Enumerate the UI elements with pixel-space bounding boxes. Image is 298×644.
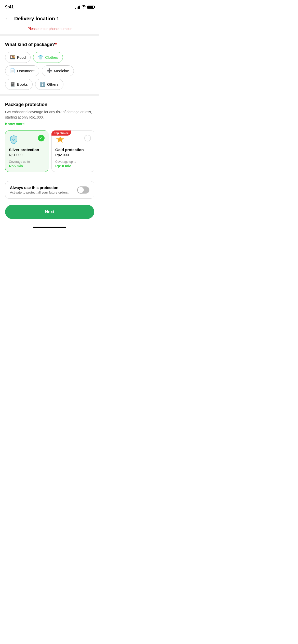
always-protect-toggle[interactable] — [77, 186, 89, 194]
package-kind-section: What kind of package?* 🍱Food👕Clothes📄Doc… — [0, 36, 99, 94]
package-btn-books[interactable]: 📓Books — [5, 79, 33, 90]
gold-star-icon — [56, 135, 65, 144]
signal-icon — [75, 5, 80, 9]
next-button[interactable]: Next — [5, 205, 94, 219]
card-coverage-value-gold: Rp10 mio — [55, 164, 91, 168]
protection-card-gold[interactable]: Top choice Gold protection Rp2.000 Cover… — [51, 130, 94, 172]
card-coverage-label-silver: Coverage up to — [9, 160, 45, 164]
others-label: Others — [47, 82, 59, 86]
protection-cards-scroll: ✓ Silver protection Rp1.000 Coverage up … — [5, 130, 94, 173]
always-protect-toggle-section: Always use this protection Activate to p… — [5, 181, 94, 199]
others-icon: ℹ️ — [40, 82, 45, 87]
package-btn-clothes[interactable]: 👕Clothes — [33, 52, 63, 63]
card-coverage-value-silver: Rp5 mio — [9, 164, 45, 168]
package-type-grid: 🍱Food👕Clothes📄Document➕Medicine📓Booksℹ️O… — [5, 52, 94, 90]
clothes-icon: 👕 — [38, 55, 43, 60]
protection-card-silver[interactable]: ✓ Silver protection Rp1.000 Coverage up … — [5, 130, 48, 172]
package-btn-medicine[interactable]: ➕Medicine — [42, 65, 74, 76]
card-name-gold: Gold protection — [55, 148, 91, 152]
page-title: Delivery location 1 — [14, 16, 59, 22]
package-btn-food[interactable]: 🍱Food — [5, 52, 31, 63]
package-kind-title: What kind of package?* — [5, 42, 94, 47]
check-circle-gold — [84, 135, 91, 141]
top-choice-badge: Top choice — [51, 130, 71, 136]
home-indicator — [0, 224, 99, 232]
food-icon: 🍱 — [10, 55, 15, 60]
protection-title: Package protection — [5, 102, 94, 107]
protection-section: Package protection Get enhanced coverage… — [0, 96, 99, 177]
document-label: Document — [17, 69, 34, 73]
section-divider — [0, 34, 99, 36]
error-message: Please enter phone number — [0, 25, 99, 34]
card-shield-gold — [55, 135, 65, 144]
package-btn-document[interactable]: 📄Document — [5, 65, 39, 76]
always-protect-desc: Activate to protect all your future orde… — [10, 191, 69, 194]
status-time: 9:41 — [5, 5, 14, 10]
card-price-gold: Rp2.000 — [55, 153, 91, 157]
silver-shield-icon — [9, 135, 18, 144]
always-protect-text: Always use this protection Activate to p… — [10, 185, 69, 194]
medicine-icon: ➕ — [47, 68, 52, 74]
package-btn-others[interactable]: ℹ️Others — [35, 79, 63, 90]
food-label: Food — [17, 55, 26, 60]
always-protect-title: Always use this protection — [10, 185, 69, 190]
status-bar: 9:41 — [0, 0, 99, 13]
back-button[interactable]: ← — [5, 16, 11, 22]
battery-icon — [87, 6, 94, 9]
medicine-label: Medicine — [54, 69, 69, 73]
protection-desc: Get enhanced coverage for any risk of da… — [5, 109, 94, 120]
next-button-wrap: Next — [0, 199, 99, 224]
card-header-silver: ✓ — [9, 135, 45, 144]
know-more-link[interactable]: Know more — [5, 122, 24, 126]
books-label: Books — [17, 82, 28, 86]
card-name-silver: Silver protection — [9, 148, 45, 152]
section-divider-2 — [0, 94, 99, 96]
document-icon: 📄 — [10, 68, 15, 74]
clothes-label: Clothes — [45, 55, 58, 60]
card-header-gold — [55, 135, 91, 144]
wifi-icon — [82, 5, 86, 9]
books-icon: 📓 — [10, 82, 15, 87]
card-coverage-label-gold: Coverage up to — [55, 160, 91, 164]
status-icons — [75, 5, 94, 9]
header: ← Delivery location 1 — [0, 13, 99, 25]
card-price-silver: Rp1.000 — [9, 153, 45, 157]
home-bar — [33, 227, 66, 228]
toggle-knob — [78, 187, 84, 193]
card-shield-silver — [9, 135, 19, 144]
check-circle-silver: ✓ — [38, 135, 45, 141]
